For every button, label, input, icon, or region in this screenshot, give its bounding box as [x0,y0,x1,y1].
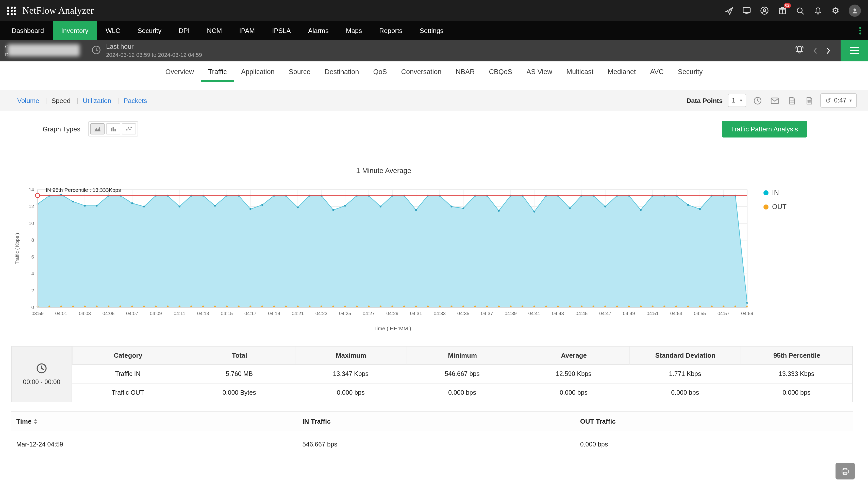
detail-header-out[interactable]: OUT Traffic [575,412,853,431]
search-icon[interactable] [796,6,805,15]
tab-item[interactable]: Security [671,61,710,82]
summary-header-cell[interactable]: Average [518,347,629,365]
svg-text:04:35: 04:35 [457,311,469,316]
nav-item[interactable]: NCM [198,21,230,40]
svg-text:04:37: 04:37 [481,311,493,316]
time-period[interactable]: Last hour 2024-03-12 03:59 to 2024-03-12… [106,43,202,59]
chart-legend: IN OUT [764,182,786,211]
subnav-item[interactable]: Utilization [76,97,118,104]
pdf-export-icon[interactable] [786,95,798,106]
summary-header-cell[interactable]: Maximum [295,347,406,365]
nav-item[interactable]: Settings [411,21,452,40]
svg-text:04:33: 04:33 [434,311,446,316]
nav-item[interactable]: Inventory [53,21,97,40]
bar-chart-button[interactable] [106,123,120,134]
tab-item[interactable]: AS View [519,61,559,82]
main-nav: Dashboard Inventory WLC Security DPI NCM… [0,21,868,40]
support-icon[interactable] [760,6,769,15]
cell-average: 12.590 Kbps [518,365,629,384]
tab-item[interactable]: QoS [366,61,394,82]
scatter-chart-button[interactable] [122,123,136,134]
chart-title: 1 Minute Average [13,166,754,174]
nav-overflow-button[interactable] [852,21,868,40]
gear-icon[interactable]: ⚙ [831,6,840,15]
tab-item[interactable]: NBAR [449,61,482,82]
summary-row-in: Traffic IN 5.760 MB 13.347 Kbps 546.667 … [72,365,852,384]
svg-text:10: 10 [29,221,34,226]
gift-icon[interactable]: 62 [778,6,787,15]
subnav-item[interactable]: Speed [45,97,76,104]
subnav-item[interactable]: Packets [118,97,153,104]
schedule-icon[interactable] [751,95,764,106]
rocket-icon[interactable] [724,6,734,15]
summary-header-cell[interactable]: Category [72,347,184,365]
svg-text:04:55: 04:55 [694,311,706,316]
sort-icon[interactable] [34,419,37,424]
svg-text:04:09: 04:09 [150,311,162,316]
clock-icon [91,45,101,57]
device-header-actions [794,40,868,61]
traffic-pattern-analysis-button[interactable]: Traffic Pattern Analysis [722,121,807,137]
tab-item[interactable]: Medianet [600,61,643,82]
svg-text:04:47: 04:47 [599,311,611,316]
display-icon[interactable] [742,6,751,15]
report-tabs: Overview Traffic Application Source Dest… [0,61,868,82]
area-chart-button[interactable] [90,123,104,134]
nav-item[interactable]: IPAM [230,21,264,40]
tab-item[interactable]: Destination [317,61,366,82]
floating-print-button[interactable] [836,463,855,479]
traffic-summary-table: 00:00 - 00:00 CategoryTotalMaximumMinimu… [11,346,853,403]
detail-header-in[interactable]: IN Traffic [297,412,575,431]
subnav-item[interactable]: Volume [11,97,45,104]
nav-item[interactable]: IPSLA [264,21,300,40]
summary-row-out: Traffic OUT 0.000 Bytes 0.000 bps 0.000 … [72,384,852,402]
tab-item[interactable]: Traffic [201,61,234,82]
csv-export-icon[interactable] [803,95,815,106]
cell-minimum: 546.667 bps [406,365,518,384]
email-icon[interactable] [769,95,781,106]
bell-icon[interactable] [813,6,822,15]
detail-header-time[interactable]: Time [11,412,297,431]
detail-data-row: Mar-12-24 04:59 546.667 bps 0.000 bps [11,431,853,458]
legend-item-out[interactable]: OUT [764,203,786,211]
svg-text:04:31: 04:31 [410,311,422,316]
legend-item-in[interactable]: IN [764,189,786,196]
tab-item[interactable]: CBQoS [482,61,520,82]
svg-text:04:51: 04:51 [646,311,659,316]
app-grid-icon[interactable] [7,6,16,15]
tab-item[interactable]: AVC [643,61,671,82]
summary-header-cell[interactable]: 95th Percentile [741,347,852,365]
nav-item[interactable]: WLC [97,21,129,40]
detail-in-traffic: 546.667 bps [297,431,575,458]
svg-text:4: 4 [31,271,34,276]
nav-item[interactable]: Reports [371,21,411,40]
tab-item[interactable]: Source [282,61,318,82]
graph-type-group [88,121,138,136]
chevron-right-icon[interactable] [825,47,832,55]
nav-item[interactable]: Dashboard [3,21,53,40]
area-chart-icon [94,126,101,132]
chevron-left-icon[interactable] [812,47,818,55]
traffic-area-chart: 0246810121403:5904:0104:0304:0504:0704:0… [13,182,754,334]
hamburger-menu-button[interactable] [841,40,868,61]
tab-item[interactable]: Overview [158,61,201,82]
nav-item[interactable]: Security [129,21,170,40]
svg-text:8: 8 [31,237,34,243]
refresh-timer-button[interactable]: ↺ 0:47 ▾ [820,93,857,107]
data-points-select[interactable]: 1 ▾ [727,94,746,107]
nav-item[interactable]: DPI [170,21,198,40]
svg-text:04:53: 04:53 [670,311,682,316]
summary-header-cell[interactable]: Minimum [406,347,518,365]
nav-item[interactable]: Maps [337,21,371,40]
nav-item[interactable]: Alarms [300,21,337,40]
tab-item[interactable]: Multicast [559,61,601,82]
traffic-detail-table: Time IN Traffic OUT Traffic Mar-12-24 04… [11,412,853,458]
summary-header-cell[interactable]: Total [184,347,295,365]
blurred-device-name [8,44,80,56]
tab-item[interactable]: Conversation [394,61,448,82]
summary-header-cell[interactable]: Standard Deviation [629,347,741,365]
alarm-settings-icon[interactable] [794,45,805,57]
svg-text:04:23: 04:23 [315,311,328,316]
user-avatar[interactable] [849,5,861,17]
tab-item[interactable]: Application [234,61,282,82]
